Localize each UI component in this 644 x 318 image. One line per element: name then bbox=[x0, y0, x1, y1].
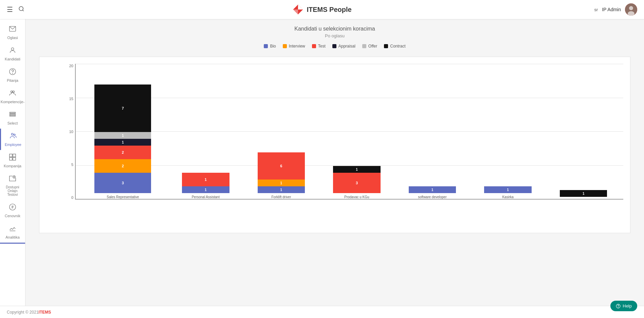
svg-rect-20 bbox=[13, 154, 16, 157]
svg-rect-16 bbox=[10, 115, 16, 116]
brand-name: ITEMS People bbox=[307, 6, 351, 14]
legend-dot-interview bbox=[283, 44, 287, 48]
bar-personal-assistant[interactable]: 1 1 Personal Assistant bbox=[169, 64, 242, 199]
bar-prodavac[interactable]: 3 1 Prodavac u KGu bbox=[320, 64, 393, 199]
footer-copyright: Copyright © 2021 bbox=[7, 310, 39, 315]
main-layout: Oglasi Kandidati Pitanja Kompetencije- S… bbox=[0, 19, 644, 306]
chart-title: Kandidati u selekcionim koracima bbox=[39, 26, 630, 32]
sidebar-item-analitika[interactable]: Analitika bbox=[0, 221, 25, 244]
sidebar-item-pitanja[interactable]: Pitanja bbox=[0, 64, 25, 86]
hamburger-icon[interactable]: ☰ bbox=[7, 5, 13, 14]
footer: Copyright © 2021 ITEMS bbox=[0, 306, 644, 318]
legend-contract: Contract bbox=[384, 44, 405, 49]
svg-rect-22 bbox=[13, 157, 16, 160]
footer-brand: ITEMS bbox=[39, 310, 51, 315]
legend-label-bio: Bio bbox=[270, 44, 276, 49]
sidebar-label-cenovnik: Cenovnik bbox=[5, 214, 20, 218]
legend-offer: Offer bbox=[362, 44, 377, 49]
svg-rect-19 bbox=[10, 154, 12, 157]
bar-kasirka[interactable]: 1 Kasirka bbox=[472, 64, 545, 199]
bar-xlabel-forklift: Forklift driver bbox=[271, 195, 291, 199]
bar-segment-bio-6: 1 bbox=[484, 186, 531, 193]
legend-label-contract: Contract bbox=[390, 44, 405, 49]
bar-segment-bio-1: 3 bbox=[94, 173, 151, 193]
sidebar-item-kompanija[interactable]: Kompanija bbox=[0, 150, 25, 171]
bar-segment-contract-7: 1 bbox=[560, 190, 607, 197]
svg-rect-15 bbox=[10, 114, 16, 115]
svg-marker-4 bbox=[293, 10, 298, 14]
language-selector[interactable]: sr bbox=[594, 7, 598, 12]
bar-unknown[interactable]: 1 bbox=[547, 64, 620, 199]
svg-rect-14 bbox=[10, 112, 16, 113]
bar-segment-bio-5: 1 bbox=[409, 186, 456, 193]
bar-segment-interview-3: 1 bbox=[258, 180, 305, 186]
bar-segment-appraisal-1: 1 bbox=[94, 139, 151, 146]
bar-segment-bio-2: 1 bbox=[182, 186, 229, 193]
sidebar-label-analitika: Analitika bbox=[5, 235, 20, 239]
help-button[interactable]: Help bbox=[610, 301, 637, 311]
svg-point-9 bbox=[11, 48, 14, 50]
bar-segment-interview-1: 2 bbox=[94, 159, 151, 173]
svg-point-6 bbox=[629, 6, 633, 10]
chart-legend: Bio Interview Test Appraisal Offer Contr… bbox=[39, 44, 630, 49]
bar-segment-test-4: 3 bbox=[333, 173, 380, 193]
sidebar-item-testovi[interactable]: Dostupni Onlajn Testovi bbox=[0, 171, 25, 200]
y-axis-label-20: 20 bbox=[69, 64, 73, 68]
svg-rect-21 bbox=[10, 157, 12, 160]
bar-segment-bio-3: 1 bbox=[258, 186, 305, 193]
brand-logo-icon bbox=[292, 4, 303, 15]
svg-point-29 bbox=[618, 307, 619, 307]
y-axis-label-5: 5 bbox=[71, 163, 73, 167]
sidebar-label-kompetencije: Kompetencije- bbox=[1, 100, 24, 104]
competence-icon bbox=[9, 89, 16, 98]
legend-dot-bio bbox=[264, 44, 268, 48]
legend-label-appraisal: Appraisal bbox=[338, 44, 355, 49]
legend-test: Test bbox=[312, 44, 326, 49]
bar-xlabel-personal: Personal Assistant bbox=[192, 195, 220, 199]
nav-left: ☰ bbox=[7, 5, 24, 14]
bar-segment-test-2: 1 bbox=[182, 173, 229, 186]
company-icon bbox=[9, 153, 16, 163]
sidebar-label-kandidati: Kandidati bbox=[5, 57, 20, 61]
bar-xlabel-software: software developer bbox=[418, 195, 447, 199]
sidebar-item-oglasi[interactable]: Oglasi bbox=[0, 22, 25, 43]
sidebar-label-pitanja: Pitanja bbox=[7, 78, 18, 82]
search-icon[interactable] bbox=[18, 6, 24, 14]
sidebar-item-kompetencije[interactable]: Kompetencije- bbox=[0, 86, 25, 107]
sidebar-label-testovi: Dostupni Onlajn Testovi bbox=[2, 185, 23, 197]
bar-software-developer[interactable]: 1 software developer bbox=[396, 64, 469, 199]
select-icon bbox=[9, 111, 16, 120]
employee-icon bbox=[10, 132, 17, 141]
help-icon bbox=[616, 304, 621, 308]
bar-segment-test-3: 6 bbox=[258, 152, 305, 180]
help-label: Help bbox=[623, 303, 632, 308]
legend-dot-offer bbox=[362, 44, 366, 48]
sidebar-item-kandidati[interactable]: Kandidati bbox=[0, 43, 25, 64]
bar-forklift-driver[interactable]: 1 1 6 Forklift driver bbox=[245, 64, 318, 199]
bar-sales-representative[interactable]: 3 2 2 1 1 7 Sales Representative bbox=[79, 64, 167, 199]
sidebar-item-cenovnik[interactable]: Cenovnik bbox=[0, 200, 25, 221]
legend-dot-appraisal bbox=[332, 44, 336, 48]
sidebar-item-employee[interactable]: Employee bbox=[0, 129, 25, 150]
y-axis-label-10: 10 bbox=[69, 130, 73, 134]
sidebar-label-oglasi: Oglasi bbox=[7, 36, 18, 40]
legend-dot-contract bbox=[384, 44, 388, 48]
legend-label-test: Test bbox=[318, 44, 326, 49]
svg-point-11 bbox=[13, 73, 13, 74]
svg-point-17 bbox=[11, 133, 13, 135]
bar-segment-contract-4: 1 bbox=[333, 166, 380, 173]
sidebar-label-kompanija: Kompanija bbox=[4, 164, 21, 168]
person-icon bbox=[9, 46, 16, 56]
user-name: IP Admin bbox=[602, 7, 621, 12]
bar-xlabel-kasirka: Kasirka bbox=[502, 195, 513, 199]
svg-point-0 bbox=[19, 6, 23, 11]
question-icon bbox=[9, 68, 16, 77]
bar-segment-offer-1: 1 bbox=[94, 132, 151, 139]
nav-right: sr IP Admin bbox=[594, 3, 637, 16]
sidebar: Oglasi Kandidati Pitanja Kompetencije- S… bbox=[0, 19, 25, 306]
top-navigation: ☰ ITEMS People sr IP Admin bbox=[0, 0, 644, 19]
user-avatar[interactable] bbox=[625, 3, 637, 16]
sidebar-item-select[interactable]: Select bbox=[0, 107, 25, 129]
brand-center: ITEMS People bbox=[292, 4, 351, 15]
price-icon bbox=[9, 203, 16, 212]
